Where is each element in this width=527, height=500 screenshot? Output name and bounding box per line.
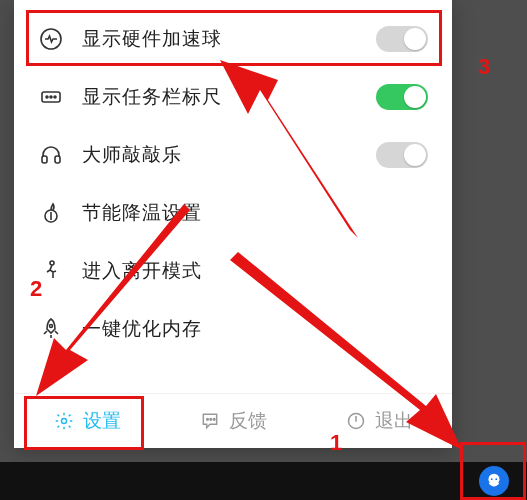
- menu-item-optimize-mem[interactable]: 一键优化内存: [14, 300, 452, 358]
- svg-point-13: [213, 419, 215, 421]
- settings-button[interactable]: 设置: [14, 394, 160, 448]
- gear-icon: [53, 410, 75, 432]
- menu-item-label: 显示硬件加速球: [82, 26, 376, 52]
- svg-point-2: [46, 96, 48, 98]
- svg-point-3: [50, 96, 52, 98]
- power-icon: [345, 410, 367, 432]
- rocket-icon: [38, 316, 64, 342]
- exit-button[interactable]: 退出: [306, 394, 452, 448]
- toggle-master-knock[interactable]: [376, 142, 428, 168]
- svg-point-12: [210, 419, 212, 421]
- svg-point-11: [207, 419, 209, 421]
- annotation-number-3: 3: [478, 56, 490, 78]
- tray-icon-ludashi[interactable]: [479, 466, 509, 496]
- svg-point-18: [495, 478, 497, 480]
- headset-icon: [38, 142, 64, 168]
- menu-item-taskbar-ruler[interactable]: 显示任务栏标尺: [14, 68, 452, 126]
- feedback-label: 反馈: [229, 408, 267, 434]
- dots-box-icon: [38, 84, 64, 110]
- svg-point-10: [62, 419, 67, 424]
- svg-rect-6: [55, 156, 60, 163]
- svg-point-17: [491, 478, 493, 480]
- menu-item-label: 显示任务栏标尺: [82, 84, 376, 110]
- toggle-hw-accel-ball[interactable]: [376, 26, 428, 52]
- menu-item-away-mode[interactable]: 进入离开模式: [14, 242, 452, 300]
- svg-point-9: [50, 325, 53, 328]
- panel-footer: 设置 反馈 退出: [14, 393, 452, 448]
- exit-label: 退出: [375, 408, 413, 434]
- context-menu-panel: 显示硬件加速球 显示任务栏标尺 大师敲敲乐: [14, 0, 452, 448]
- svg-rect-5: [42, 156, 47, 163]
- chat-icon: [199, 410, 221, 432]
- menu-item-label: 节能降温设置: [82, 200, 428, 226]
- walk-icon: [38, 258, 64, 284]
- leaf-icon: [38, 200, 64, 226]
- svg-point-4: [54, 96, 56, 98]
- menu-item-label: 大师敲敲乐: [82, 142, 376, 168]
- menu-item-label: 一键优化内存: [82, 316, 428, 342]
- taskbar: [0, 462, 527, 500]
- menu-item-energy-cooling[interactable]: 节能降温设置: [14, 184, 452, 242]
- menu-item-label: 进入离开模式: [82, 258, 428, 284]
- feedback-button[interactable]: 反馈: [160, 394, 306, 448]
- svg-point-8: [50, 261, 54, 265]
- menu-item-hw-accel-ball[interactable]: 显示硬件加速球: [14, 10, 452, 68]
- heartbeat-icon: [38, 26, 64, 52]
- toggle-taskbar-ruler[interactable]: [376, 84, 428, 110]
- menu-list: 显示硬件加速球 显示任务栏标尺 大师敲敲乐: [14, 0, 452, 358]
- menu-item-master-knock[interactable]: 大师敲敲乐: [14, 126, 452, 184]
- settings-label: 设置: [83, 408, 121, 434]
